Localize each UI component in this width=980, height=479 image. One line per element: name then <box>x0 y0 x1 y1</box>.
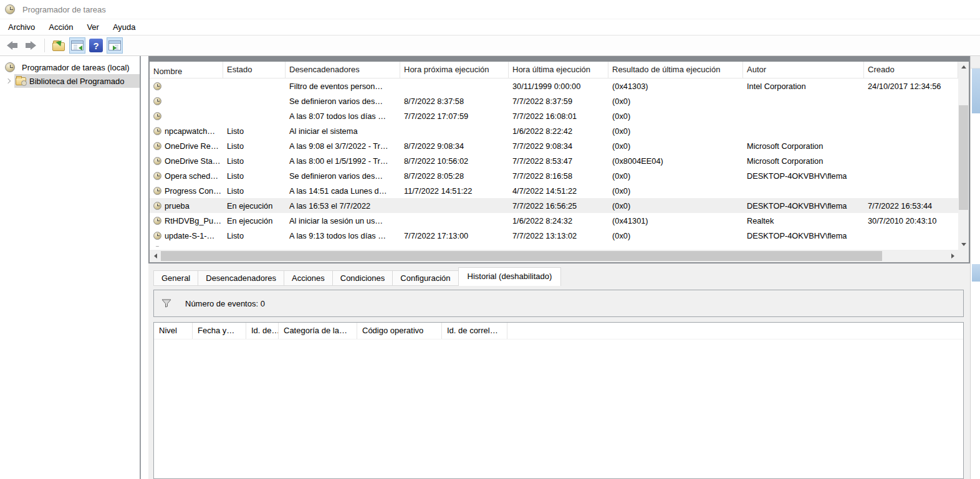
table-row[interactable]: update-S-1-…ListoA las 13:13 cada los dí… <box>150 243 958 247</box>
cell-resultado: (0x0) <box>608 111 743 121</box>
task-clock-icon <box>153 246 161 247</box>
events-table-header: NivelFecha y…Id. de…Categoría de la…Códi… <box>154 323 963 339</box>
table-row[interactable]: Progress Con…ListoA las 14:51 cada Lunes… <box>150 183 958 198</box>
scheduler-clock-icon <box>5 62 15 72</box>
cell-creado: 7/7/2022 16:53:44 <box>864 201 958 211</box>
help-button[interactable]: ? <box>88 37 104 54</box>
cell-resultado: (0x0) <box>608 243 743 247</box>
events-column-header[interactable]: Fecha y… <box>193 323 246 339</box>
menu-archivo[interactable]: Archivo <box>1 20 42 34</box>
cell-creado <box>864 243 958 245</box>
scrollbar-corner <box>958 250 969 262</box>
cell-estado: Listo <box>223 126 286 136</box>
chevron-right-icon[interactable] <box>6 78 11 83</box>
tree-item-library[interactable]: Biblioteca del Programado <box>0 74 140 88</box>
show-console-tree-button[interactable] <box>69 37 85 54</box>
table-row[interactable]: A las 8:07 todos los días …7/7/2022 17:0… <box>150 108 958 123</box>
cell-autor: Microsoft Corporation <box>743 141 864 151</box>
events-column-header[interactable]: Nivel <box>154 323 193 339</box>
cell-resultado: (0x0) <box>608 97 743 106</box>
scroll-up-button[interactable] <box>958 62 969 72</box>
cell-ultima: 7/7/2022 8:53:47 <box>509 156 608 166</box>
tab-condiciones[interactable]: Condiciones <box>333 271 393 285</box>
cell-proxima: 11/7/2022 14:51:22 <box>400 186 509 196</box>
menu-ayuda[interactable]: Ayuda <box>106 20 143 34</box>
vertical-scrollbar-thumb[interactable] <box>959 105 968 210</box>
table-row[interactable]: OneDrive Sta…ListoA las 8:00 el 1/5/1992… <box>150 153 958 168</box>
table-row[interactable]: Se definieron varios des…8/7/2022 8:37:5… <box>150 93 958 108</box>
table-row[interactable]: npcapwatch…ListoAl iniciar el sistema1/6… <box>150 123 958 138</box>
back-button[interactable] <box>4 37 20 54</box>
scroll-right-button[interactable] <box>947 250 958 262</box>
events-column-header[interactable]: Código operativo <box>357 323 442 339</box>
export-list-button[interactable] <box>50 37 67 54</box>
vertical-scrollbar[interactable] <box>958 62 969 250</box>
column-header[interactable]: Autor <box>743 62 864 78</box>
cell-estado: En ejecución <box>223 201 286 211</box>
cell-ultima: 1/6/2022 8:24:32 <box>509 216 608 225</box>
events-column-header[interactable]: Id. de… <box>246 323 279 339</box>
panel-splitter[interactable] <box>141 56 148 479</box>
column-header[interactable]: Hora próxima ejecución <box>400 62 509 78</box>
task-clock-icon <box>153 112 161 120</box>
task-clock-icon <box>153 172 161 180</box>
column-header[interactable]: Resultado de última ejecución <box>608 62 743 78</box>
scroll-down-button[interactable] <box>958 239 969 250</box>
column-header[interactable]: Desencadenadores <box>286 62 400 78</box>
help-icon: ? <box>89 39 103 52</box>
menu-ver[interactable]: Ver <box>80 20 106 34</box>
show-action-pane-button[interactable] <box>107 37 123 54</box>
task-clock-icon <box>153 217 161 225</box>
tab-configuracion[interactable]: Configuración <box>393 271 458 285</box>
cell-autor: DESKTOP-4OKVBHV\flema <box>743 231 864 240</box>
tab-general[interactable]: General <box>154 271 198 285</box>
tab-historial[interactable]: Historial (deshabilitado) <box>458 267 562 286</box>
cell-desencadenadores: A las 16:53 el 7/7/2022 <box>286 201 400 211</box>
table-row[interactable]: Filtro de eventos person…30/11/1999 0:00… <box>150 78 958 93</box>
table-row[interactable]: update-S-1-…ListoA las 9:13 todos los dí… <box>150 228 958 243</box>
table-row[interactable]: RtHDVBg_Pu…En ejecuciónAl iniciar la ses… <box>150 213 958 228</box>
scroll-left-button[interactable] <box>150 250 161 262</box>
cell-desencadenadores: A las 9:13 todos los días … <box>286 231 400 240</box>
tree-item-root[interactable]: Programador de tareas (local) <box>0 60 140 74</box>
cell-ultima: 7/7/2022 8:37:59 <box>509 97 608 106</box>
tab-desencadenadores[interactable]: Desencadenadores <box>198 271 284 285</box>
cell-desencadenadores: Se definieron varios des… <box>286 171 400 181</box>
actions-pane-selection[interactable] <box>972 264 980 282</box>
cell-resultado: (0x0) <box>608 231 743 240</box>
task-clock-icon <box>153 187 161 195</box>
events-column-header[interactable]: Id. de correl… <box>442 323 507 339</box>
tab-strip: General Desencadenadores Acciones Condic… <box>153 267 964 286</box>
forward-button[interactable] <box>22 37 39 54</box>
table-row[interactable]: OneDrive Re…ListoA las 9:08 el 3/7/2022 … <box>150 138 958 153</box>
tab-acciones[interactable]: Acciones <box>284 271 333 285</box>
console-tree-icon <box>71 40 84 50</box>
cell-estado: Listo <box>223 156 286 166</box>
actions-pane-selection[interactable] <box>972 69 980 113</box>
table-row[interactable]: pruebaEn ejecuciónA las 16:53 el 7/7/202… <box>150 198 958 213</box>
events-table: NivelFecha y…Id. de…Categoría de la…Códi… <box>153 322 964 479</box>
table-row[interactable]: Opera sched…ListoSe definieron varios de… <box>150 168 958 183</box>
horizontal-scrollbar-thumb[interactable] <box>161 251 882 261</box>
cell-desencadenadores: A las 9:08 el 3/7/2022 - Tr… <box>286 141 400 151</box>
cell-estado: Listo <box>223 171 286 181</box>
cell-proxima: 8/7/2022 10:56:02 <box>400 156 509 166</box>
cell-autor: DESKTOP-4OKVBHV\flema <box>743 201 864 211</box>
horizontal-scrollbar[interactable] <box>150 250 958 262</box>
app-window: Programador de tareas Archivo Acción Ver… <box>0 0 980 479</box>
back-arrow-icon <box>7 41 17 50</box>
column-header[interactable]: Hora última ejecución <box>509 62 608 78</box>
actions-pane-sliver <box>970 56 980 479</box>
cell-proxima: 7/7/2022 17:13:00 <box>400 231 509 240</box>
task-table-header: NombreEstadoDesencadenadoresHora próxima… <box>150 62 958 78</box>
cell-nombre: OneDrive Sta… <box>150 156 223 166</box>
action-pane-icon <box>108 40 121 50</box>
cell-proxima: 8/7/2022 9:08:34 <box>400 141 509 151</box>
column-header[interactable]: Creado <box>864 62 958 78</box>
events-column-header[interactable]: Categoría de la… <box>279 323 357 339</box>
column-header[interactable]: Nombre <box>150 62 223 78</box>
column-header[interactable]: Estado <box>223 62 286 78</box>
task-clock-icon <box>153 142 161 150</box>
menu-accion[interactable]: Acción <box>42 20 80 34</box>
task-clock-icon <box>153 202 161 210</box>
